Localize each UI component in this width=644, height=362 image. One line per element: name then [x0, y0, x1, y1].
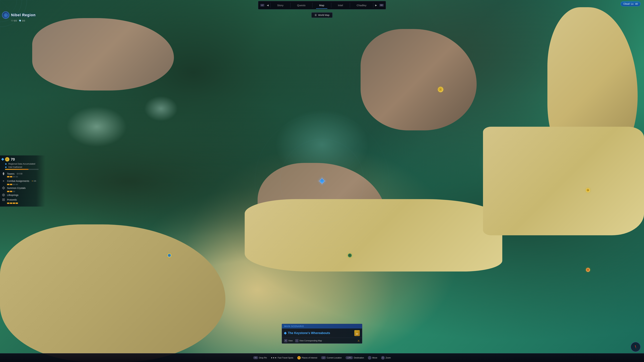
svg-point-7 [5, 14, 6, 15]
top-navigation: L2 ◀ Story Quests Map Intel Chadley ▶ R2… [0, 0, 244, 10]
crystal-icon: 💎 [19, 19, 21, 22]
shield-icon: 🛡 [11, 19, 13, 22]
region-title-box: Nibel Region [2, 11, 36, 19]
stat-1-value: 0/3 [14, 19, 17, 22]
region-stats: 🛡 0/3 💎 3/3 [2, 19, 36, 22]
region-stat-2: 💎 3/3 [19, 19, 25, 22]
region-stat-1: 🛡 0/3 [11, 19, 17, 22]
region-header: Nibel Region 🛡 0/3 💎 3/3 [2, 11, 36, 22]
region-icon [2, 11, 10, 19]
map-container: ⚠ ⚙ ◎ ⊞ ★ [0, 0, 244, 137]
region-name: Nibel Region [11, 13, 36, 17]
stat-2-value: 3/3 [22, 19, 25, 22]
region-map-icon [4, 13, 8, 17]
